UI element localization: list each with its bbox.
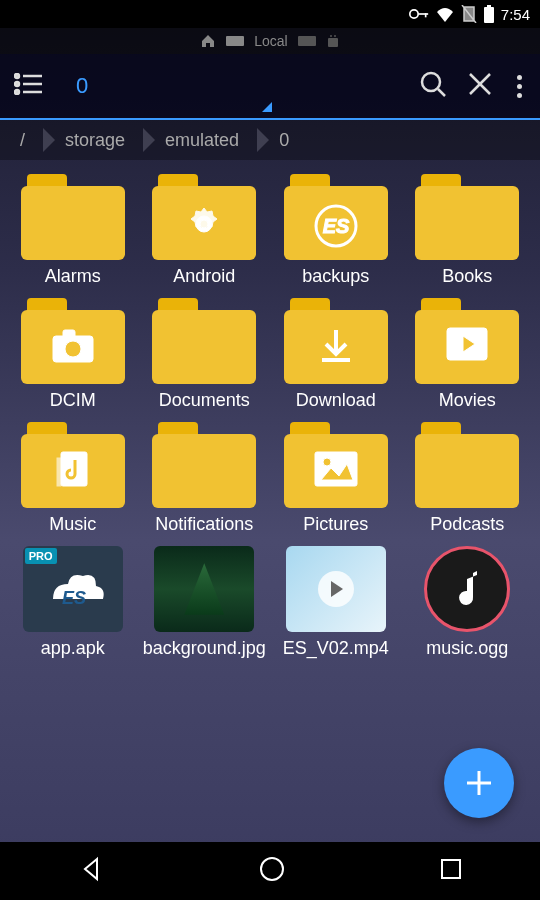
svg-rect-1 [418, 13, 428, 15]
item-label: Notifications [155, 514, 253, 536]
tab-region[interactable]: 0 [62, 54, 399, 118]
audio-thumb [424, 546, 510, 632]
folder-icon [152, 422, 256, 508]
folder-item[interactable]: Notifications [142, 422, 266, 536]
svg-point-9 [334, 35, 336, 37]
svg-text:ES: ES [62, 588, 86, 608]
folder-item[interactable]: Books [405, 174, 529, 288]
svg-point-12 [15, 82, 19, 86]
status-time: 7:54 [501, 6, 530, 23]
folder-icon: ES [284, 174, 388, 260]
item-label: background.jpg [143, 638, 266, 660]
item-label: Alarms [45, 266, 101, 288]
video-thumb [286, 546, 386, 632]
apk-thumb: PRO ES [23, 546, 123, 632]
add-fab[interactable] [444, 748, 514, 818]
folder-item[interactable]: Download [274, 298, 398, 412]
sd2-icon [298, 34, 316, 48]
item-label: music.ogg [426, 638, 508, 660]
item-label: Android [173, 266, 235, 288]
wifi-icon [435, 6, 455, 22]
image-thumb [154, 546, 254, 632]
svg-rect-23 [63, 330, 75, 338]
app-toolbar: 0 [0, 54, 540, 120]
folder-item[interactable]: Android [142, 174, 266, 288]
item-label: Books [442, 266, 492, 288]
file-item[interactable]: background.jpg [142, 546, 266, 660]
svg-point-31 [323, 458, 331, 466]
svg-rect-3 [484, 7, 494, 23]
folder-icon [21, 298, 125, 384]
file-item[interactable]: ES_V02.mp4 [274, 546, 398, 660]
folder-item[interactable]: Documents [142, 298, 266, 412]
item-label: DCIM [50, 390, 96, 412]
svg-rect-30 [315, 452, 357, 486]
battery-icon [483, 5, 495, 23]
folder-icon [284, 298, 388, 384]
location-strip[interactable]: Local [0, 28, 540, 54]
crumb-emulated[interactable]: emulated [145, 130, 259, 151]
gear-icon [182, 202, 226, 246]
crumb-0[interactable]: 0 [259, 130, 309, 151]
folder-item[interactable]: ES backups [274, 174, 398, 288]
crumb-root[interactable]: / [0, 130, 45, 151]
folder-item[interactable]: Pictures [274, 422, 398, 536]
tab-dropdown-marker[interactable] [262, 102, 272, 112]
close-button[interactable] [467, 71, 493, 101]
android-icon [326, 33, 340, 49]
sd-icon [226, 34, 244, 48]
play-icon [445, 326, 489, 362]
item-label: Pictures [303, 514, 368, 536]
svg-rect-2 [425, 13, 427, 17]
item-label: Music [49, 514, 96, 536]
folder-icon [415, 298, 519, 384]
svg-point-14 [15, 90, 19, 94]
download-icon [316, 326, 356, 366]
item-label: Documents [159, 390, 250, 412]
item-label: backups [302, 266, 369, 288]
folder-item[interactable]: Music [11, 422, 135, 536]
camera-icon [49, 326, 97, 366]
pro-badge: PRO [25, 548, 57, 564]
svg-rect-5 [226, 36, 244, 46]
overflow-menu-button[interactable] [513, 75, 526, 98]
folder-icon [152, 298, 256, 384]
no-sim-icon [461, 5, 477, 23]
file-item[interactable]: music.ogg [405, 546, 529, 660]
folder-icon [415, 174, 519, 260]
view-list-button[interactable] [14, 73, 42, 99]
folder-icon [415, 422, 519, 508]
svg-point-35 [261, 858, 283, 880]
home-button[interactable] [259, 856, 285, 886]
svg-rect-7 [328, 38, 338, 47]
file-item[interactable]: PRO ES app.apk [11, 546, 135, 660]
svg-point-10 [15, 74, 19, 78]
search-button[interactable] [419, 70, 447, 102]
folder-icon [21, 174, 125, 260]
svg-rect-4 [487, 5, 491, 7]
crumb-storage[interactable]: storage [45, 130, 145, 151]
svg-point-16 [422, 73, 440, 91]
picture-icon [313, 450, 359, 488]
item-label: Movies [439, 390, 496, 412]
item-label: app.apk [41, 638, 105, 660]
breadcrumb: / storage emulated 0 [0, 120, 540, 160]
folder-item[interactable]: Podcasts [405, 422, 529, 536]
folder-item[interactable]: DCIM [11, 298, 135, 412]
folder-item[interactable]: Movies [405, 298, 529, 412]
svg-rect-36 [442, 860, 460, 878]
status-bar: 7:54 [0, 0, 540, 28]
svg-point-8 [330, 35, 332, 37]
home-icon [200, 33, 216, 49]
folder-icon [21, 422, 125, 508]
key-icon [409, 7, 429, 21]
folder-item[interactable]: Alarms [11, 174, 135, 288]
item-label: ES_V02.mp4 [283, 638, 389, 660]
file-grid: Alarms Android ES backups Books DCIM Doc… [0, 160, 540, 674]
svg-rect-29 [57, 458, 61, 486]
item-label: Download [296, 390, 376, 412]
item-label: Podcasts [430, 514, 504, 536]
back-button[interactable] [77, 855, 105, 887]
recents-button[interactable] [439, 857, 463, 885]
svg-line-17 [438, 89, 445, 96]
